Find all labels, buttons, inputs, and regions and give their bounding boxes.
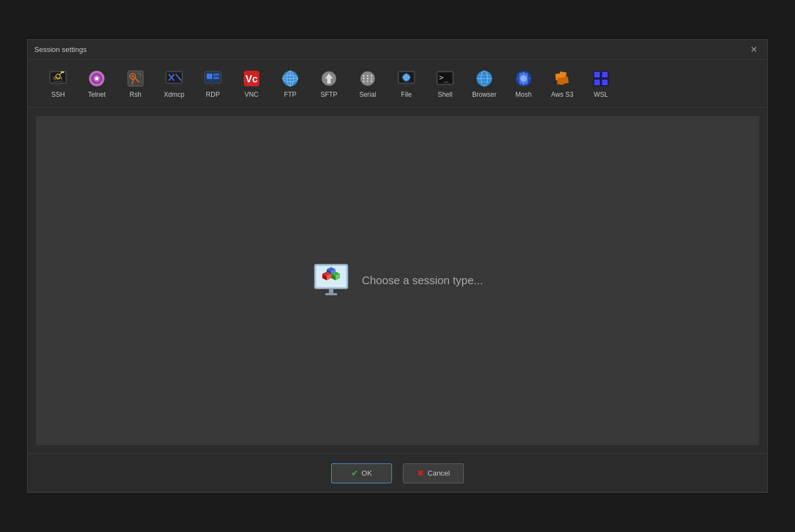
file-icon — [396, 69, 416, 88]
file-label: File — [401, 91, 411, 98]
svg-point-37 — [363, 75, 365, 77]
title-bar: Session settings ✕ — [28, 40, 767, 60]
svg-rect-6 — [61, 71, 64, 73]
svg-rect-3 — [56, 84, 60, 86]
serial-icon — [358, 69, 378, 88]
ok-label: OK — [362, 469, 372, 477]
svg-rect-25 — [213, 77, 219, 79]
session-type-telnet[interactable]: Telnet — [77, 65, 116, 102]
svg-rect-76 — [594, 77, 608, 80]
browser-icon — [474, 69, 494, 88]
xdmcp-icon — [164, 69, 184, 88]
telnet-label: Telnet — [88, 91, 106, 98]
svg-text:Vc: Vc — [245, 74, 258, 85]
session-types-bar: SSH SSH Telnet — [28, 60, 767, 108]
awss3-label: Aws S3 — [551, 91, 573, 98]
svg-rect-23 — [207, 74, 212, 79]
svg-rect-89 — [325, 293, 337, 295]
svg-rect-53 — [402, 86, 410, 87]
sftp-label: SFTP — [321, 91, 338, 98]
sftp-icon — [319, 69, 339, 88]
svg-rect-73 — [594, 80, 600, 85]
ssh-icon: SSH — [48, 69, 68, 88]
svg-rect-72 — [602, 72, 608, 77]
svg-rect-88 — [329, 289, 333, 293]
shell-label: Shell — [438, 91, 453, 98]
cancel-icon: ✖ — [417, 468, 424, 478]
footer: ✔ OK ✖ Cancel — [28, 453, 767, 492]
mosh-icon — [514, 69, 534, 88]
xdmcp-label: Xdmcp — [164, 91, 184, 98]
vnc-icon: Vc — [242, 69, 261, 88]
session-type-shell[interactable]: >_ Shell — [426, 65, 464, 102]
svg-point-42 — [371, 78, 373, 80]
session-type-xdmcp[interactable]: Xdmcp — [155, 65, 193, 102]
svg-point-40 — [363, 78, 365, 80]
rdp-icon — [203, 69, 223, 88]
session-type-browser[interactable]: Browser — [464, 65, 504, 102]
svg-rect-69 — [557, 77, 564, 85]
session-type-rdp[interactable]: RDP — [193, 65, 232, 102]
dialog-title: Session settings — [34, 45, 87, 54]
shell-icon: >_ — [435, 69, 455, 88]
session-type-sftp[interactable]: SFTP — [310, 65, 348, 102]
session-type-wsl[interactable]: WSL — [582, 65, 620, 102]
svg-rect-52 — [405, 84, 408, 86]
session-type-file[interactable]: File — [387, 65, 426, 102]
wsl-icon — [591, 69, 611, 88]
svg-point-38 — [367, 75, 369, 77]
close-button[interactable]: ✕ — [747, 43, 761, 56]
mosh-label: Mosh — [515, 91, 531, 98]
svg-point-41 — [367, 78, 369, 80]
session-placeholder-icon — [312, 262, 351, 300]
browser-label: Browser — [472, 91, 496, 98]
svg-point-39 — [371, 75, 373, 77]
vnc-label: VNC — [244, 91, 258, 98]
session-type-mosh[interactable]: Mosh — [504, 65, 543, 102]
svg-point-13 — [132, 75, 134, 77]
svg-rect-20 — [170, 86, 178, 87]
serial-label: Serial — [359, 91, 376, 98]
wsl-label: WSL — [594, 91, 608, 98]
rsh-label: Rsh — [129, 91, 141, 98]
svg-rect-74 — [602, 80, 608, 85]
session-type-ssh[interactable]: SSH SSH — [39, 65, 77, 102]
ok-icon: ✔ — [351, 468, 358, 478]
session-type-awss3[interactable]: Aws S3 — [543, 65, 582, 102]
ftp-icon — [280, 69, 300, 88]
rsh-icon — [125, 69, 145, 88]
placeholder-area: Choose a session type... — [312, 262, 483, 300]
ssh-label: SSH — [51, 91, 65, 98]
svg-rect-26 — [211, 84, 215, 86]
svg-rect-71 — [594, 72, 600, 77]
session-settings-dialog: Session settings ✕ SSH SSH — [27, 39, 768, 493]
svg-rect-19 — [172, 84, 176, 86]
session-type-rsh[interactable]: Rsh — [116, 65, 155, 102]
session-type-serial[interactable]: Serial — [348, 65, 387, 102]
ftp-label: FTP — [284, 91, 297, 98]
svg-rect-24 — [213, 74, 219, 76]
session-type-ftp[interactable]: FTP — [271, 65, 310, 102]
rdp-label: RDP — [206, 91, 219, 98]
cancel-button[interactable]: ✖ Cancel — [403, 463, 464, 483]
svg-point-45 — [371, 81, 373, 82]
svg-rect-27 — [209, 86, 217, 87]
svg-point-44 — [367, 81, 369, 82]
svg-text:>_: >_ — [439, 73, 448, 82]
awss3-icon — [552, 69, 572, 88]
session-type-vnc[interactable]: Vc VNC — [232, 65, 271, 102]
svg-rect-4 — [54, 86, 62, 87]
svg-point-43 — [363, 81, 365, 82]
svg-point-10 — [95, 77, 98, 80]
cancel-label: Cancel — [427, 469, 449, 477]
telnet-icon — [87, 69, 107, 88]
main-content: Choose a session type... — [36, 116, 759, 445]
ok-button[interactable]: ✔ OK — [331, 463, 392, 483]
placeholder-text: Choose a session type... — [362, 274, 483, 287]
